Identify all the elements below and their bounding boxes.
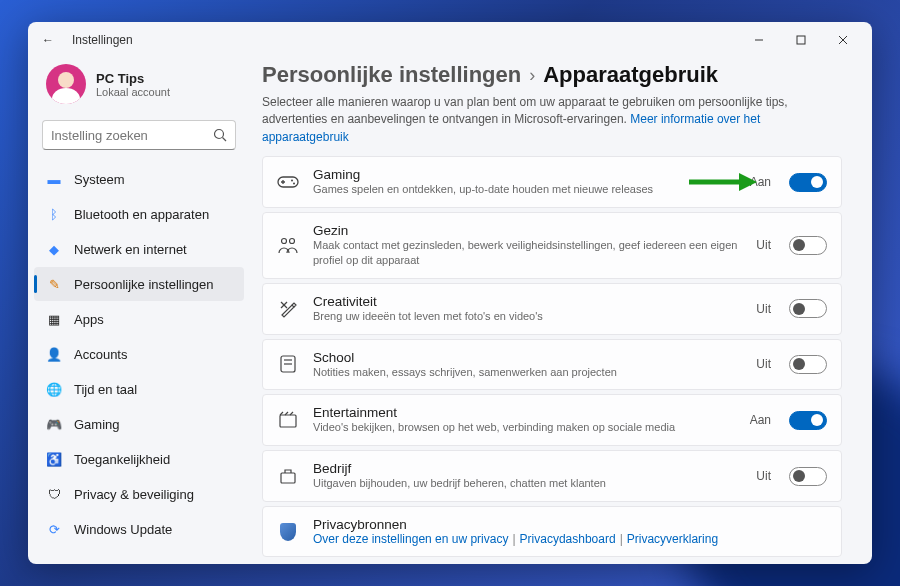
link-statement[interactable]: Privacyverklaring — [627, 532, 718, 546]
personalization-icon: ✎ — [46, 276, 62, 292]
nav-tijd[interactable]: 🌐Tijd en taal — [34, 372, 244, 406]
gamepad-icon — [277, 171, 299, 193]
card-subtitle: Notities maken, essays schrijven, samenw… — [313, 365, 742, 380]
link-about[interactable]: Over deze instellingen en uw privacy — [313, 532, 508, 546]
gaming-icon: 🎮 — [46, 416, 62, 432]
nav-update[interactable]: ⟳Windows Update — [34, 512, 244, 546]
breadcrumb: Persoonlijke instellingen › Apparaatgebr… — [262, 62, 842, 88]
card-subtitle: Video's bekijken, browsen op het web, ve… — [313, 420, 736, 435]
breadcrumb-parent[interactable]: Persoonlijke instellingen — [262, 62, 521, 88]
toggle-bedrijf[interactable] — [789, 467, 827, 486]
svg-point-10 — [293, 183, 295, 185]
card-title: Privacybronnen — [313, 517, 827, 532]
link-dashboard[interactable]: Privacydashboard — [520, 532, 616, 546]
network-icon: ◆ — [46, 241, 62, 257]
page-description: Selecteer alle manieren waarop u van pla… — [262, 94, 842, 146]
settings-window: ← Instellingen PC Tips Lokaal account In… — [28, 22, 872, 564]
svg-point-9 — [291, 180, 293, 182]
toggle-state: Uit — [756, 302, 771, 316]
nav-netwerk[interactable]: ◆Netwerk en internet — [34, 232, 244, 266]
apps-icon: ▦ — [46, 311, 62, 327]
toggle-school[interactable] — [789, 355, 827, 374]
profile-sub: Lokaal account — [96, 86, 170, 98]
card-creativiteit: Creativiteit Breng uw ideeën tot leven m… — [262, 283, 842, 335]
nav-apps[interactable]: ▦Apps — [34, 302, 244, 336]
window-title: Instellingen — [72, 33, 133, 47]
search-icon — [213, 128, 227, 142]
nav-bluetooth[interactable]: ᛒBluetooth en apparaten — [34, 197, 244, 231]
nav-persoonlijk[interactable]: ✎Persoonlijke instellingen — [34, 267, 244, 301]
card-entertainment: Entertainment Video's bekijken, browsen … — [262, 394, 842, 446]
card-title: Creativiteit — [313, 294, 742, 309]
toggle-state: Aan — [750, 413, 771, 427]
toggle-state: Uit — [756, 238, 771, 252]
card-bedrijf: Bedrijf Uitgaven bijhouden, uw bedrijf b… — [262, 450, 842, 502]
card-subtitle: Uitgaven bijhouden, uw bedrijf beheren, … — [313, 476, 742, 491]
nav-accounts[interactable]: 👤Accounts — [34, 337, 244, 371]
creativity-icon — [277, 298, 299, 320]
svg-rect-21 — [281, 473, 295, 483]
profile-name: PC Tips — [96, 71, 170, 86]
svg-point-13 — [282, 239, 287, 244]
toggle-gaming[interactable] — [789, 173, 827, 192]
toggle-state: Uit — [756, 357, 771, 371]
toggle-state: Aan — [750, 175, 771, 189]
page-title: Apparaatgebruik — [543, 62, 718, 88]
update-icon: ⟳ — [46, 521, 62, 537]
search-placeholder: Instelling zoeken — [51, 128, 213, 143]
card-gezin: Gezin Maak contact met gezinsleden, bewe… — [262, 212, 842, 279]
toggle-gezin[interactable] — [789, 236, 827, 255]
nav-systeem[interactable]: ▬Systeem — [34, 162, 244, 196]
privacy-links: Over deze instellingen en uw privacy|Pri… — [313, 532, 827, 546]
svg-point-4 — [215, 130, 224, 139]
time-icon: 🌐 — [46, 381, 62, 397]
shield-icon — [277, 521, 299, 543]
card-school: School Notities maken, essays schrijven,… — [262, 339, 842, 391]
main-content: Persoonlijke instellingen › Apparaatgebr… — [250, 58, 872, 564]
svg-line-5 — [223, 138, 227, 142]
card-title: Gaming — [313, 167, 736, 182]
svg-point-14 — [290, 239, 295, 244]
card-title: Bedrijf — [313, 461, 742, 476]
avatar — [46, 64, 86, 104]
family-icon — [277, 234, 299, 256]
bluetooth-icon: ᛒ — [46, 206, 62, 222]
card-title: Entertainment — [313, 405, 736, 420]
search-input[interactable]: Instelling zoeken — [42, 120, 236, 150]
toggle-entertainment[interactable] — [789, 411, 827, 430]
accessibility-icon: ♿ — [46, 451, 62, 467]
card-subtitle: Maak contact met gezinsleden, bewerk vei… — [313, 238, 742, 268]
nav-privacy[interactable]: 🛡Privacy & beveiliging — [34, 477, 244, 511]
close-button[interactable] — [822, 25, 864, 55]
entertainment-icon — [277, 409, 299, 431]
svg-rect-1 — [797, 36, 805, 44]
maximize-button[interactable] — [780, 25, 822, 55]
card-title: Gezin — [313, 223, 742, 238]
chevron-right-icon: › — [529, 65, 535, 86]
school-icon — [277, 353, 299, 375]
profile[interactable]: PC Tips Lokaal account — [34, 58, 244, 118]
card-subtitle: Breng uw ideeën tot leven met foto's en … — [313, 309, 742, 324]
back-button[interactable]: ← — [36, 33, 60, 47]
card-privacy-sources: Privacybronnen Over deze instellingen en… — [262, 506, 842, 557]
nav-gaming[interactable]: 🎮Gaming — [34, 407, 244, 441]
card-title: School — [313, 350, 742, 365]
nav-toegankelijkheid[interactable]: ♿Toegankelijkheid — [34, 442, 244, 476]
accounts-icon: 👤 — [46, 346, 62, 362]
toggle-creativiteit[interactable] — [789, 299, 827, 318]
system-icon: ▬ — [46, 171, 62, 187]
titlebar: ← Instellingen — [28, 22, 872, 58]
card-gaming: Gaming Games spelen en ontdekken, up-to-… — [262, 156, 842, 208]
nav: ▬Systeem ᛒBluetooth en apparaten ◆Netwer… — [34, 162, 244, 546]
minimize-button[interactable] — [738, 25, 780, 55]
toggle-state: Uit — [756, 469, 771, 483]
card-subtitle: Games spelen en ontdekken, up-to-date ho… — [313, 182, 736, 197]
svg-rect-20 — [280, 415, 296, 427]
sidebar: PC Tips Lokaal account Instelling zoeken… — [28, 58, 250, 564]
business-icon — [277, 465, 299, 487]
privacy-icon: 🛡 — [46, 486, 62, 502]
